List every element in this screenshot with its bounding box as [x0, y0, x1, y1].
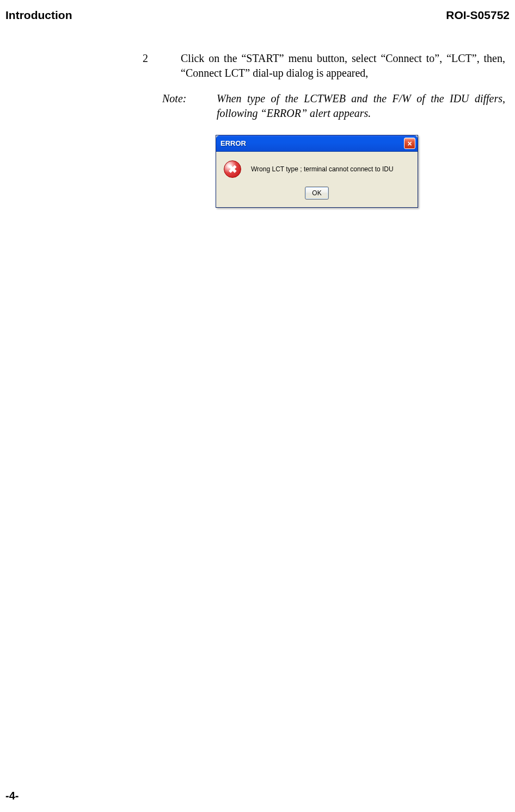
dialog-content-row: ✖ Wrong LCT type ; terminal cannot conne…: [224, 160, 410, 178]
page-number: -4-: [5, 790, 19, 802]
note-label: Note:: [162, 91, 217, 121]
error-x-glyph: ✖: [228, 163, 237, 176]
note-text: When type of the LCTWEB and the F/W of t…: [217, 91, 505, 121]
dialog-message: Wrong LCT type ; terminal cannot connect…: [251, 165, 394, 173]
dialog-titlebar: ERROR ×: [216, 135, 418, 152]
page-header: Introduction ROI-S05752: [5, 9, 510, 22]
error-dialog: ERROR × ✖ Wrong LCT type ; terminal cann…: [216, 135, 418, 208]
error-icon-circle: ✖: [224, 160, 241, 178]
step-text: Click on the “START” menu button, select…: [181, 51, 505, 80]
error-dialog-wrapper: ERROR × ✖ Wrong LCT type ; terminal cann…: [216, 135, 505, 208]
header-section-title: Introduction: [5, 9, 72, 22]
note-block: Note: When type of the LCTWEB and the F/…: [143, 91, 505, 121]
close-button[interactable]: ×: [404, 138, 415, 149]
step-item: 2 Click on the “START” menu button, sele…: [143, 51, 505, 80]
error-icon: ✖: [224, 160, 241, 178]
dialog-title: ERROR: [220, 139, 246, 147]
dialog-button-row: OK: [224, 187, 410, 200]
ok-button-label: OK: [312, 189, 321, 197]
dialog-body: ✖ Wrong LCT type ; terminal cannot conne…: [216, 152, 418, 207]
page-footer: -4-: [5, 790, 19, 802]
main-content: 2 Click on the “START” menu button, sele…: [143, 51, 505, 208]
ok-button[interactable]: OK: [305, 187, 329, 200]
close-icon: ×: [407, 140, 412, 147]
step-number: 2: [143, 51, 181, 80]
header-doc-id: ROI-S05752: [446, 9, 510, 22]
